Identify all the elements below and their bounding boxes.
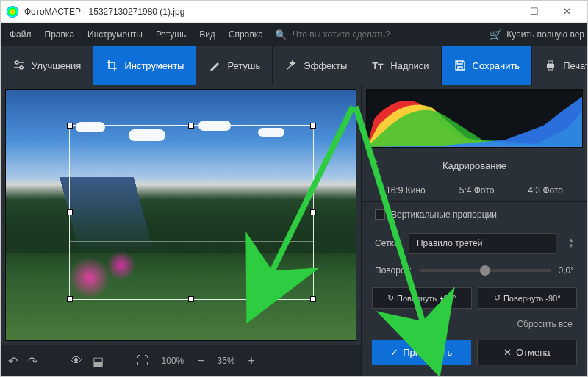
- save-label: Сохранить: [473, 60, 520, 71]
- titlebar: ФотоМАСТЕР - 15327130271980 (1).jpg — ☐ …: [1, 1, 587, 23]
- menu-retouch[interactable]: Ретушь: [150, 26, 192, 43]
- svg-point-3: [20, 66, 23, 69]
- slider-thumb[interactable]: [480, 265, 490, 276]
- grid-select[interactable]: Правило третей: [409, 233, 556, 254]
- buy-label: Купить полную вер: [506, 29, 584, 40]
- rotate-minus-90-button[interactable]: ↺ Повернуть -90°: [478, 287, 578, 309]
- menu-view[interactable]: Вид: [193, 26, 221, 43]
- ratio-16-9[interactable]: 16:9 Кино: [386, 185, 426, 195]
- crop-handle[interactable]: [67, 123, 73, 129]
- tab-retouch[interactable]: Ретушь: [196, 46, 273, 85]
- print-label: Печать: [563, 60, 588, 71]
- maximize-button[interactable]: ☐: [520, 1, 549, 22]
- ratio-5-4[interactable]: 5:4 Фото: [459, 185, 495, 195]
- tab-enhance-label: Улучшения: [32, 60, 81, 71]
- brush-icon: [208, 59, 221, 72]
- vertical-proportions-label: Вертикальные пропорции: [391, 209, 497, 220]
- rotate-cw-icon: ↻: [387, 293, 394, 303]
- rotate-row: Поворот: 0,0°: [362, 259, 587, 281]
- crop-handle[interactable]: [188, 296, 194, 302]
- ratio-4-3[interactable]: 4:3 Фото: [528, 185, 563, 195]
- histogram: [366, 89, 583, 148]
- app-icon: [7, 6, 18, 18]
- cart-icon: 🛒: [490, 29, 502, 40]
- rotate-minus-label: Повернуть -90°: [503, 294, 561, 303]
- window-title: ФотоМАСТЕР - 15327130271980 (1).jpg: [24, 7, 487, 17]
- crop-handle[interactable]: [67, 296, 73, 302]
- menu-file[interactable]: Файл: [4, 26, 37, 43]
- checkbox-icon[interactable]: [375, 209, 385, 220]
- apply-row: ✓ Применить ✕ Отмена: [362, 332, 587, 373]
- aspect-ratio-row: 16:9 Кино 5:4 Фото 4:3 Фото: [362, 179, 587, 202]
- search-input[interactable]: [293, 29, 417, 40]
- sliders-icon: [12, 59, 26, 72]
- crop-handle[interactable]: [188, 123, 194, 129]
- panel-header: ❮ Кадрирование: [362, 152, 587, 179]
- rotate-plus-label: Повернуть +90°: [397, 294, 456, 303]
- vertical-proportions-row[interactable]: Вертикальные пропорции: [362, 202, 587, 227]
- preview-toggle[interactable]: 👁: [71, 354, 82, 367]
- apply-label: Применить: [403, 347, 452, 358]
- fit-button[interactable]: ⛶: [137, 354, 148, 367]
- save-button[interactable]: Сохранить: [442, 46, 533, 85]
- tab-effects[interactable]: Эффекты: [273, 46, 359, 85]
- svg-rect-5: [548, 61, 553, 64]
- crop-rectangle[interactable]: [69, 125, 314, 301]
- crop-handle[interactable]: [310, 123, 316, 129]
- crop-handle[interactable]: [310, 209, 316, 215]
- buy-full-version-link[interactable]: 🛒 Купить полную вер: [490, 29, 584, 40]
- cancel-label: Отмена: [516, 347, 551, 358]
- rotate-plus-90-button[interactable]: ↻ Повернуть +90°: [372, 287, 472, 309]
- zoom-in-button[interactable]: +: [248, 354, 255, 367]
- save-icon: [453, 59, 467, 72]
- svg-point-2: [15, 61, 18, 64]
- rotate-value: 0,0°: [559, 265, 574, 276]
- close-icon: ✕: [503, 347, 512, 358]
- tab-tools[interactable]: Инструменты: [93, 46, 196, 85]
- zoom-out-button[interactable]: −: [197, 354, 204, 367]
- menu-edit[interactable]: Правка: [39, 26, 81, 43]
- tab-retouch-label: Ретушь: [227, 60, 260, 71]
- reset-all-link[interactable]: Сбросить все: [362, 315, 587, 332]
- zoom-value: 35%: [218, 356, 235, 366]
- rotate-label: Поворот:: [375, 265, 412, 276]
- check-icon: ✓: [390, 347, 398, 358]
- grid-value: Правило третей: [417, 238, 482, 248]
- undo-button[interactable]: ↶: [8, 354, 18, 368]
- print-icon: [544, 59, 557, 72]
- tab-enhance[interactable]: Улучшения: [1, 46, 93, 85]
- compare-button[interactable]: ⬓: [93, 354, 104, 368]
- redo-button[interactable]: ↷: [28, 354, 37, 368]
- content-area: ↶ ↷ 👁 ⬓ ⛶ 100% − 35% +: [1, 85, 587, 376]
- canvas-toolbar: ↶ ↷ 👁 ⬓ ⛶ 100% − 35% +: [1, 345, 361, 376]
- back-button[interactable]: ❮: [370, 159, 379, 171]
- print-button[interactable]: Печать: [532, 46, 588, 85]
- cancel-button[interactable]: ✕ Отмена: [477, 340, 578, 365]
- main-toolbar: Улучшения Инструменты Ретушь Эффекты Tᴛ …: [1, 46, 587, 85]
- crop-handle[interactable]: [67, 209, 73, 215]
- tab-captions[interactable]: Tᴛ Надписи: [359, 46, 441, 85]
- canvas-area: ↶ ↷ 👁 ⬓ ⛶ 100% − 35% +: [1, 85, 361, 376]
- menubar: Файл Правка Инструменты Ретушь Вид Справ…: [1, 23, 587, 46]
- image-canvas[interactable]: [5, 89, 356, 341]
- grid-row: Сетка: Правило третей ▲▼: [362, 227, 587, 259]
- menu-tools[interactable]: Инструменты: [82, 26, 148, 43]
- rotate-slider[interactable]: [419, 269, 551, 272]
- crop-icon: [105, 59, 118, 72]
- close-button[interactable]: ✕: [552, 1, 581, 22]
- text-icon: Tᴛ: [371, 59, 384, 72]
- grid-label: Сетка:: [375, 238, 401, 248]
- rotate-buttons-row: ↻ Повернуть +90° ↺ Повернуть -90°: [362, 281, 587, 315]
- minimize-button[interactable]: —: [487, 1, 517, 22]
- menu-help[interactable]: Справка: [223, 26, 269, 43]
- tab-captions-label: Надписи: [390, 60, 429, 71]
- grid-stepper[interactable]: ▲▼: [568, 238, 574, 248]
- search-icon: 🔍: [275, 29, 287, 40]
- panel-title: Кадрирование: [442, 160, 506, 171]
- tab-effects-label: Эффекты: [304, 60, 347, 71]
- wand-icon: [284, 59, 298, 72]
- side-panel: ❮ Кадрирование 16:9 Кино 5:4 Фото 4:3 Фо…: [361, 85, 587, 376]
- apply-button[interactable]: ✓ Применить: [372, 340, 471, 365]
- crop-handle[interactable]: [310, 296, 316, 302]
- tab-tools-label: Инструменты: [124, 60, 184, 71]
